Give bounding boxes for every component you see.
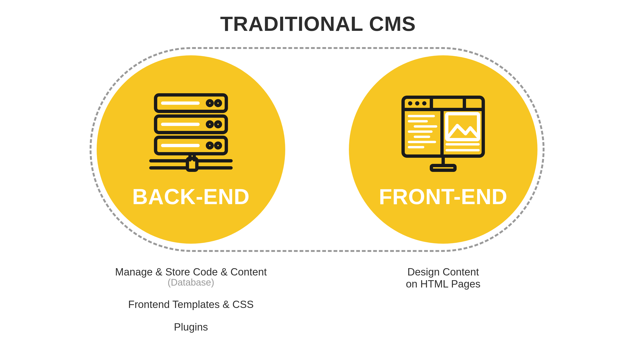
svg-rect-35: [432, 166, 455, 170]
backend-caption-3: Plugins: [97, 321, 285, 333]
backend-captions: Manage & Store Code & Content (Database)…: [97, 266, 285, 333]
backend-label: BACK-END: [132, 184, 250, 209]
svg-point-21: [422, 101, 427, 106]
svg-point-8: [207, 122, 212, 127]
server-stack-icon: [146, 90, 236, 175]
svg-point-20: [415, 101, 419, 106]
backend-caption-1: Manage & Store Code & Content: [97, 266, 285, 278]
svg-point-7: [216, 101, 221, 106]
svg-point-9: [216, 122, 221, 127]
backend-caption-2: Frontend Templates & CSS: [97, 298, 285, 310]
svg-point-11: [216, 143, 221, 148]
svg-point-10: [207, 143, 212, 148]
frontend-captions: Design Content on HTML Pages: [349, 266, 537, 290]
webpage-monitor-icon: [396, 90, 490, 175]
frontend-caption-1a: Design Content: [349, 266, 537, 278]
frontend-circle: FRONT-END: [349, 55, 537, 244]
backend-circle: BACK-END: [97, 55, 285, 244]
svg-point-19: [408, 101, 412, 106]
frontend-caption-1b: on HTML Pages: [349, 278, 537, 290]
frontend-label: FRONT-END: [379, 184, 508, 209]
backend-caption-1-sub: (Database): [97, 277, 285, 288]
svg-rect-31: [447, 114, 479, 140]
diagram-title: TRADITIONAL CMS: [0, 12, 636, 36]
svg-point-6: [207, 101, 212, 106]
svg-rect-22: [432, 97, 464, 110]
